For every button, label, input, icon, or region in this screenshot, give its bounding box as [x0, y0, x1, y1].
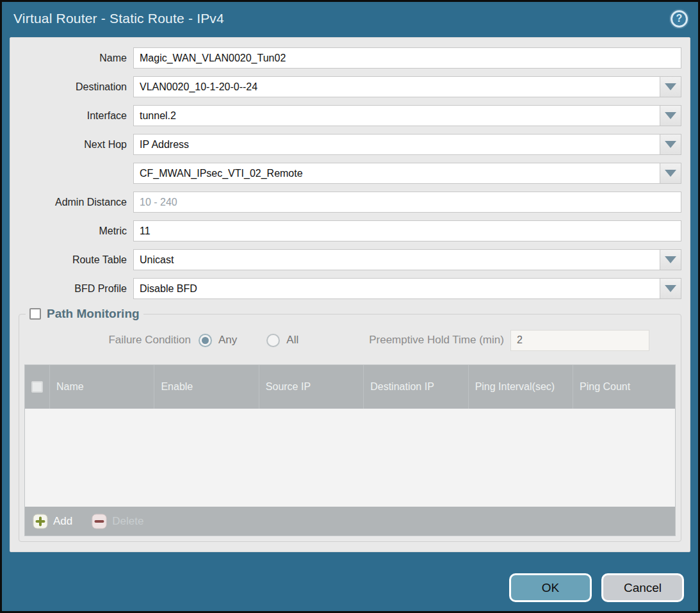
- form-row-admin-distance: Admin Distance: [10, 192, 690, 213]
- chevron-down-icon: [665, 141, 676, 148]
- metric-label: Metric: [10, 225, 133, 237]
- chevron-down-icon: [665, 256, 676, 263]
- bfd-profile-input[interactable]: [133, 278, 660, 299]
- minus-icon: [92, 514, 107, 529]
- form-row-destination: Destination: [10, 76, 690, 97]
- plus-icon: [33, 514, 48, 529]
- table-body-empty: [25, 409, 675, 507]
- dialog-window: Virtual Router - Static Route - IPv4 ? N…: [0, 0, 700, 613]
- failure-condition-radio-group: Any All: [199, 334, 322, 347]
- form-row-interface: Interface: [10, 105, 690, 126]
- table-header-row: Name Enable Source IP Destination IP Pin…: [25, 365, 675, 409]
- metric-input[interactable]: [133, 220, 681, 241]
- failure-condition-any-radio[interactable]: [199, 334, 212, 347]
- chevron-down-icon: [665, 170, 676, 177]
- dialog-title: Virtual Router - Static Route - IPv4: [13, 11, 224, 26]
- cancel-button[interactable]: Cancel: [601, 573, 684, 602]
- failure-condition-all-radio[interactable]: [266, 334, 280, 347]
- ok-button[interactable]: OK: [509, 573, 592, 602]
- bfd-profile-dropdown-button[interactable]: [660, 278, 681, 299]
- add-button-label: Add: [53, 515, 72, 528]
- route-table-input[interactable]: [133, 249, 660, 270]
- destination-input[interactable]: [133, 76, 660, 97]
- next-hop-value-dropdown-button[interactable]: [660, 163, 681, 184]
- path-monitoring-section: Path Monitoring Failure Condition Any Al…: [19, 307, 681, 542]
- dialog-footer: OK Cancel: [509, 573, 684, 602]
- form-row-route-table: Route Table: [10, 249, 690, 270]
- next-hop-label: Next Hop: [10, 139, 133, 151]
- name-label: Name: [10, 53, 133, 64]
- add-button[interactable]: Add: [33, 514, 72, 529]
- column-header-source-ip: Source IP: [259, 365, 363, 409]
- form-row-metric: Metric: [10, 220, 690, 241]
- delete-button[interactable]: Delete: [92, 514, 143, 529]
- next-hop-value-input[interactable]: [133, 163, 660, 184]
- path-monitoring-legend: Path Monitoring: [26, 307, 143, 321]
- column-header-name: Name: [49, 365, 154, 409]
- preemptive-hold-time-input[interactable]: [510, 330, 649, 351]
- failure-condition-label: Failure Condition: [24, 334, 199, 347]
- failure-condition-any-label: Any: [218, 334, 237, 347]
- delete-button-label: Delete: [112, 515, 143, 528]
- destination-dropdown-button[interactable]: [660, 76, 681, 97]
- destination-label: Destination: [10, 81, 133, 93]
- select-all-cell: [25, 365, 49, 409]
- failure-condition-row: Failure Condition Any All Preemptive Hol…: [24, 323, 676, 357]
- admin-distance-label: Admin Distance: [10, 197, 133, 208]
- bfd-profile-label: BFD Profile: [10, 283, 133, 295]
- chevron-down-icon: [665, 112, 676, 119]
- dialog-body: Name Destination Interface Next Hop: [10, 37, 690, 552]
- interface-dropdown-button[interactable]: [660, 105, 681, 126]
- failure-condition-all-label: All: [286, 334, 298, 347]
- column-header-enable: Enable: [154, 365, 258, 409]
- chevron-down-icon: [665, 83, 676, 90]
- route-table-dropdown-button[interactable]: [660, 249, 681, 270]
- path-monitoring-checkbox[interactable]: [29, 308, 41, 320]
- column-header-destination-ip: Destination IP: [363, 365, 468, 409]
- help-icon[interactable]: ?: [671, 10, 688, 28]
- preemptive-hold-time-label: Preemptive Hold Time (min): [369, 334, 504, 347]
- column-header-ping-count: Ping Count: [573, 365, 675, 409]
- interface-input[interactable]: [133, 105, 660, 126]
- name-input[interactable]: [133, 47, 681, 69]
- next-hop-type-input[interactable]: [133, 134, 660, 155]
- chevron-down-icon: [665, 285, 676, 292]
- next-hop-type-dropdown-button[interactable]: [660, 134, 681, 155]
- path-monitoring-title: Path Monitoring: [47, 307, 140, 321]
- form-row-bfd-profile: BFD Profile: [10, 278, 690, 299]
- dialog-titlebar: Virtual Router - Static Route - IPv4 ?: [2, 2, 698, 35]
- admin-distance-input[interactable]: [133, 192, 681, 213]
- interface-label: Interface: [10, 110, 133, 122]
- route-table-label: Route Table: [10, 254, 133, 266]
- form-row-next-hop-value: [10, 163, 690, 184]
- form-row-next-hop: Next Hop: [10, 134, 690, 155]
- path-monitoring-table: Name Enable Source IP Destination IP Pin…: [24, 364, 676, 536]
- table-toolbar: Add Delete: [25, 507, 675, 535]
- select-all-checkbox[interactable]: [31, 381, 43, 393]
- column-header-ping-interval: Ping Interval(sec): [468, 365, 573, 409]
- form-row-name: Name: [10, 47, 690, 69]
